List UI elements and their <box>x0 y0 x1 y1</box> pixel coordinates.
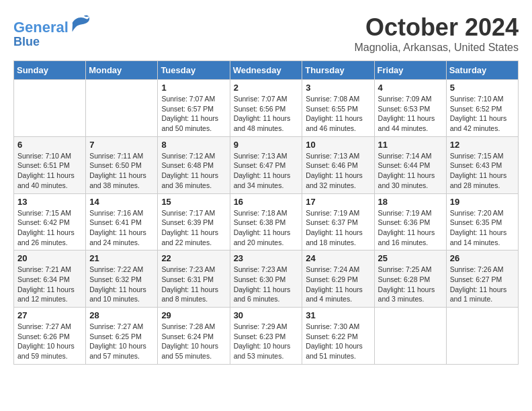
logo-text: General <box>13 13 90 36</box>
column-header-tuesday: Tuesday <box>158 61 230 80</box>
calendar-cell: 8Sunrise: 7:12 AM Sunset: 6:48 PM Daylig… <box>158 136 230 193</box>
day-info: Sunrise: 7:07 AM Sunset: 6:57 PM Dayligh… <box>161 94 226 134</box>
day-number: 4 <box>378 83 443 93</box>
day-info: Sunrise: 7:26 AM Sunset: 6:27 PM Dayligh… <box>450 265 515 304</box>
day-info: Sunrise: 7:19 AM Sunset: 6:37 PM Dayligh… <box>306 208 370 248</box>
calendar-cell: 24Sunrise: 7:24 AM Sunset: 6:29 PM Dayli… <box>302 250 374 308</box>
calendar-cell: 14Sunrise: 7:16 AM Sunset: 6:41 PM Dayli… <box>86 193 158 250</box>
calendar-cell: 22Sunrise: 7:23 AM Sunset: 6:31 PM Dayli… <box>158 250 230 308</box>
day-info: Sunrise: 7:11 AM Sunset: 6:50 PM Dayligh… <box>89 151 154 191</box>
day-info: Sunrise: 7:14 AM Sunset: 6:44 PM Dayligh… <box>378 151 443 191</box>
calendar-week-row: 27Sunrise: 7:27 AM Sunset: 6:26 PM Dayli… <box>14 308 519 365</box>
title-area: October 2024 Magnolia, Arkansas, United … <box>354 13 519 54</box>
day-number: 10 <box>306 140 370 150</box>
day-number: 6 <box>17 140 82 150</box>
day-info: Sunrise: 7:21 AM Sunset: 6:34 PM Dayligh… <box>17 265 82 304</box>
calendar-cell: 10Sunrise: 7:13 AM Sunset: 6:46 PM Dayli… <box>302 136 374 193</box>
month-title: October 2024 <box>354 13 519 42</box>
calendar-cell: 31Sunrise: 7:30 AM Sunset: 6:22 PM Dayli… <box>302 308 374 365</box>
day-info: Sunrise: 7:23 AM Sunset: 6:30 PM Dayligh… <box>234 265 299 304</box>
day-number: 29 <box>161 310 226 320</box>
day-number: 27 <box>17 310 82 320</box>
column-header-wednesday: Wednesday <box>230 61 302 80</box>
day-number: 1 <box>161 83 226 93</box>
calendar-cell: 2Sunrise: 7:07 AM Sunset: 6:56 PM Daylig… <box>230 80 302 137</box>
calendar-week-row: 6Sunrise: 7:10 AM Sunset: 6:51 PM Daylig… <box>14 136 519 193</box>
day-info: Sunrise: 7:19 AM Sunset: 6:36 PM Dayligh… <box>378 208 443 248</box>
day-number: 28 <box>89 310 154 320</box>
calendar-week-row: 1Sunrise: 7:07 AM Sunset: 6:57 PM Daylig… <box>14 80 519 137</box>
calendar-cell <box>446 308 518 365</box>
calendar-cell: 7Sunrise: 7:11 AM Sunset: 6:50 PM Daylig… <box>86 136 158 193</box>
calendar-cell: 26Sunrise: 7:26 AM Sunset: 6:27 PM Dayli… <box>446 250 518 308</box>
day-number: 11 <box>378 140 443 150</box>
calendar-header-row: SundayMondayTuesdayWednesdayThursdayFrid… <box>14 61 519 80</box>
day-info: Sunrise: 7:08 AM Sunset: 6:55 PM Dayligh… <box>306 94 370 134</box>
day-info: Sunrise: 7:13 AM Sunset: 6:47 PM Dayligh… <box>234 151 299 191</box>
day-info: Sunrise: 7:07 AM Sunset: 6:56 PM Dayligh… <box>234 94 299 134</box>
calendar-cell: 11Sunrise: 7:14 AM Sunset: 6:44 PM Dayli… <box>374 136 446 193</box>
day-info: Sunrise: 7:16 AM Sunset: 6:41 PM Dayligh… <box>89 208 154 248</box>
calendar-week-row: 13Sunrise: 7:15 AM Sunset: 6:42 PM Dayli… <box>14 193 519 250</box>
day-number: 20 <box>17 253 82 263</box>
calendar-cell: 6Sunrise: 7:10 AM Sunset: 6:51 PM Daylig… <box>14 136 86 193</box>
day-number: 24 <box>306 253 370 263</box>
calendar-cell: 15Sunrise: 7:17 AM Sunset: 6:39 PM Dayli… <box>158 193 230 250</box>
day-number: 5 <box>450 83 515 93</box>
calendar-cell: 5Sunrise: 7:10 AM Sunset: 6:52 PM Daylig… <box>446 80 518 137</box>
column-header-thursday: Thursday <box>302 61 374 80</box>
day-number: 19 <box>450 197 515 207</box>
day-number: 26 <box>450 253 515 263</box>
day-info: Sunrise: 7:27 AM Sunset: 6:26 PM Dayligh… <box>17 322 82 361</box>
day-info: Sunrise: 7:18 AM Sunset: 6:38 PM Dayligh… <box>234 208 299 248</box>
day-info: Sunrise: 7:12 AM Sunset: 6:48 PM Dayligh… <box>161 151 226 191</box>
day-number: 13 <box>17 197 82 207</box>
day-number: 23 <box>234 253 299 263</box>
calendar-cell: 13Sunrise: 7:15 AM Sunset: 6:42 PM Dayli… <box>14 193 86 250</box>
day-info: Sunrise: 7:10 AM Sunset: 6:51 PM Dayligh… <box>17 151 82 191</box>
calendar-week-row: 20Sunrise: 7:21 AM Sunset: 6:34 PM Dayli… <box>14 250 519 308</box>
day-info: Sunrise: 7:09 AM Sunset: 6:53 PM Dayligh… <box>378 94 443 134</box>
day-number: 25 <box>378 253 443 263</box>
day-number: 21 <box>89 253 154 263</box>
calendar-cell: 28Sunrise: 7:27 AM Sunset: 6:25 PM Dayli… <box>86 308 158 365</box>
day-info: Sunrise: 7:10 AM Sunset: 6:52 PM Dayligh… <box>450 94 515 134</box>
day-info: Sunrise: 7:25 AM Sunset: 6:28 PM Dayligh… <box>378 265 443 304</box>
calendar-cell: 1Sunrise: 7:07 AM Sunset: 6:57 PM Daylig… <box>158 80 230 137</box>
day-info: Sunrise: 7:15 AM Sunset: 6:43 PM Dayligh… <box>450 151 515 191</box>
day-info: Sunrise: 7:15 AM Sunset: 6:42 PM Dayligh… <box>17 208 82 248</box>
day-number: 2 <box>234 83 299 93</box>
day-number: 31 <box>306 310 370 320</box>
calendar-cell: 21Sunrise: 7:22 AM Sunset: 6:32 PM Dayli… <box>86 250 158 308</box>
day-number: 30 <box>234 310 299 320</box>
calendar-table: SundayMondayTuesdayWednesdayThursdayFrid… <box>13 60 519 365</box>
calendar-cell: 27Sunrise: 7:27 AM Sunset: 6:26 PM Dayli… <box>14 308 86 365</box>
calendar-cell <box>374 308 446 365</box>
page-header: General Blue October 2024 Magnolia, Arka… <box>13 13 519 54</box>
day-info: Sunrise: 7:28 AM Sunset: 6:24 PM Dayligh… <box>161 322 226 361</box>
day-number: 7 <box>89 140 154 150</box>
calendar-cell: 20Sunrise: 7:21 AM Sunset: 6:34 PM Dayli… <box>14 250 86 308</box>
calendar-cell: 29Sunrise: 7:28 AM Sunset: 6:24 PM Dayli… <box>158 308 230 365</box>
logo-bird-icon <box>70 13 90 32</box>
day-info: Sunrise: 7:22 AM Sunset: 6:32 PM Dayligh… <box>89 265 154 304</box>
calendar-cell <box>86 80 158 137</box>
day-info: Sunrise: 7:20 AM Sunset: 6:35 PM Dayligh… <box>450 208 515 248</box>
day-number: 12 <box>450 140 515 150</box>
logo-text2: Blue <box>13 36 90 49</box>
calendar-cell: 16Sunrise: 7:18 AM Sunset: 6:38 PM Dayli… <box>230 193 302 250</box>
day-number: 16 <box>234 197 299 207</box>
calendar-cell: 25Sunrise: 7:25 AM Sunset: 6:28 PM Dayli… <box>374 250 446 308</box>
day-info: Sunrise: 7:29 AM Sunset: 6:23 PM Dayligh… <box>234 322 299 361</box>
calendar-cell: 18Sunrise: 7:19 AM Sunset: 6:36 PM Dayli… <box>374 193 446 250</box>
calendar-cell: 4Sunrise: 7:09 AM Sunset: 6:53 PM Daylig… <box>374 80 446 137</box>
day-info: Sunrise: 7:24 AM Sunset: 6:29 PM Dayligh… <box>306 265 370 304</box>
day-number: 22 <box>161 253 226 263</box>
day-number: 18 <box>378 197 443 207</box>
column-header-sunday: Sunday <box>14 61 86 80</box>
calendar-cell: 3Sunrise: 7:08 AM Sunset: 6:55 PM Daylig… <box>302 80 374 137</box>
day-number: 8 <box>161 140 226 150</box>
day-number: 3 <box>306 83 370 93</box>
column-header-friday: Friday <box>374 61 446 80</box>
location-subtitle: Magnolia, Arkansas, United States <box>354 42 519 54</box>
